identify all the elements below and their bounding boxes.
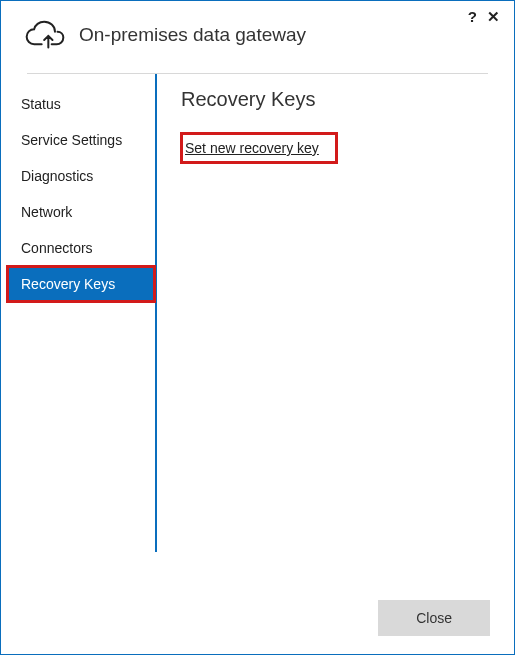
sidebar-item-diagnostics[interactable]: Diagnostics	[7, 158, 155, 194]
sidebar-item-connectors[interactable]: Connectors	[7, 230, 155, 266]
gateway-window: On-premises data gateway ? ✕ Status Serv…	[0, 0, 515, 655]
window-controls: ? ✕	[468, 9, 500, 24]
help-icon[interactable]: ?	[468, 9, 477, 24]
sidebar-item-status[interactable]: Status	[7, 86, 155, 122]
titlebar: On-premises data gateway ? ✕	[1, 1, 514, 61]
cloud-upload-icon	[25, 19, 65, 51]
close-button[interactable]: Close	[378, 600, 490, 636]
content-heading: Recovery Keys	[181, 88, 496, 111]
footer: Close	[378, 600, 490, 636]
sidebar: Status Service Settings Diagnostics Netw…	[7, 74, 157, 552]
set-recovery-key-link[interactable]: Set new recovery key	[185, 140, 319, 156]
close-icon[interactable]: ✕	[487, 9, 500, 24]
content-pane: Recovery Keys Set new recovery key	[157, 74, 514, 552]
sidebar-item-service-settings[interactable]: Service Settings	[7, 122, 155, 158]
set-recovery-key-link-box: Set new recovery key	[181, 133, 337, 163]
sidebar-item-recovery-keys[interactable]: Recovery Keys	[7, 266, 155, 302]
sidebar-item-network[interactable]: Network	[7, 194, 155, 230]
window-title: On-premises data gateway	[79, 24, 306, 46]
body: Status Service Settings Diagnostics Netw…	[1, 74, 514, 552]
